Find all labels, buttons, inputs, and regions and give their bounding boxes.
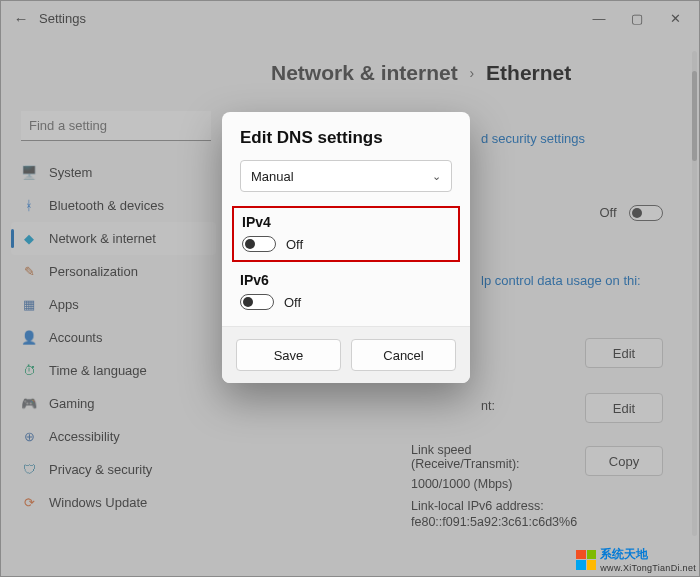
ipv4-state: Off bbox=[286, 237, 303, 252]
chevron-down-icon: ⌄ bbox=[432, 170, 441, 183]
sidebar-item-windows-update[interactable]: ⟳Windows Update bbox=[11, 486, 216, 519]
sidebar-item-label: Accessibility bbox=[49, 429, 120, 444]
sidebar-item-accessibility[interactable]: ⊕Accessibility bbox=[11, 420, 216, 453]
watermark: 系统天地 www.XiTongTianDi.net bbox=[576, 546, 696, 573]
maximize-icon[interactable]: ▢ bbox=[629, 11, 645, 26]
sidebar-item-label: Windows Update bbox=[49, 495, 147, 510]
window-title: Settings bbox=[35, 11, 591, 26]
nav-icon: ⊕ bbox=[21, 429, 37, 445]
minimize-icon[interactable]: — bbox=[591, 11, 607, 26]
sidebar-item-label: Time & language bbox=[49, 363, 147, 378]
breadcrumb-current: Ethernet bbox=[486, 61, 571, 84]
sidebar-item-label: Network & internet bbox=[49, 231, 156, 246]
copy-button[interactable]: Copy bbox=[585, 446, 663, 476]
dns-mode-value: Manual bbox=[251, 169, 294, 184]
watermark-url: www.XiTongTianDi.net bbox=[600, 563, 696, 573]
watermark-logo-icon bbox=[576, 550, 596, 570]
metered-off-label: Off bbox=[599, 205, 616, 220]
sidebar-item-label: Bluetooth & devices bbox=[49, 198, 164, 213]
ipv6-state: Off bbox=[284, 295, 301, 310]
search-input[interactable]: Find a setting bbox=[21, 111, 211, 141]
link-speed-label: Link speed (Receive/Transmit): bbox=[411, 443, 531, 471]
nav-icon: ⏱ bbox=[21, 363, 37, 379]
sidebar-item-time-language[interactable]: ⏱Time & language bbox=[11, 354, 216, 387]
sidebar-item-label: Apps bbox=[49, 297, 79, 312]
nav-icon: ⟳ bbox=[21, 495, 37, 511]
link-local-value: fe80::f091:5a92:3c61:c6d3%6 bbox=[411, 515, 577, 529]
nav-icon: 🎮 bbox=[21, 396, 37, 412]
nav-icon: 🖥️ bbox=[21, 165, 37, 181]
close-icon[interactable]: ✕ bbox=[667, 11, 683, 26]
nav-icon: ◆ bbox=[21, 231, 37, 247]
sidebar: 🖥️SystemᚼBluetooth & devices◆Network & i… bbox=[11, 156, 216, 519]
edit-button-2[interactable]: Edit bbox=[585, 393, 663, 423]
sidebar-item-label: Privacy & security bbox=[49, 462, 152, 477]
sidebar-item-accounts[interactable]: 👤Accounts bbox=[11, 321, 216, 354]
chevron-right-icon: › bbox=[470, 65, 475, 81]
sidebar-item-gaming[interactable]: 🎮Gaming bbox=[11, 387, 216, 420]
ipv6-label: IPv6 bbox=[240, 272, 452, 288]
title-bar: ← Settings — ▢ ✕ bbox=[1, 1, 699, 35]
breadcrumb: Network & internet › Ethernet bbox=[271, 61, 571, 85]
watermark-text: 系统天地 bbox=[600, 546, 696, 563]
dns-mode-dropdown[interactable]: Manual ⌄ bbox=[240, 160, 452, 192]
ipv6-section: IPv6 Off bbox=[222, 270, 470, 318]
edit-button-1[interactable]: Edit bbox=[585, 338, 663, 368]
ipv6-toggle[interactable] bbox=[240, 294, 274, 310]
security-settings-link[interactable]: d security settings bbox=[481, 131, 585, 146]
search-placeholder: Find a setting bbox=[29, 118, 107, 133]
sidebar-item-privacy-security[interactable]: 🛡Privacy & security bbox=[11, 453, 216, 486]
dialog-footer: Save Cancel bbox=[222, 326, 470, 383]
nav-icon: ✎ bbox=[21, 264, 37, 280]
dialog-title: Edit DNS settings bbox=[222, 128, 470, 160]
sidebar-item-label: Gaming bbox=[49, 396, 95, 411]
data-usage-hint: lp control data usage on thi: bbox=[481, 273, 641, 288]
nav-icon: 👤 bbox=[21, 330, 37, 346]
nav-icon: 🛡 bbox=[21, 462, 37, 478]
scrollbar[interactable] bbox=[692, 51, 697, 536]
nav-icon: ᚼ bbox=[21, 198, 37, 214]
metered-toggle[interactable] bbox=[629, 205, 663, 221]
sidebar-item-apps[interactable]: ▦Apps bbox=[11, 288, 216, 321]
nav-icon: ▦ bbox=[21, 297, 37, 313]
link-speed-value: 1000/1000 (Mbps) bbox=[411, 477, 512, 491]
ip-assignment-label: nt: bbox=[481, 399, 495, 413]
sidebar-item-label: Personalization bbox=[49, 264, 138, 279]
ipv4-label: IPv4 bbox=[242, 214, 450, 230]
link-local-label: Link-local IPv6 address: bbox=[411, 499, 544, 513]
ipv4-highlight: IPv4 Off bbox=[232, 206, 460, 262]
sidebar-item-label: Accounts bbox=[49, 330, 102, 345]
save-button[interactable]: Save bbox=[236, 339, 341, 371]
back-icon[interactable]: ← bbox=[7, 10, 35, 27]
sidebar-item-system[interactable]: 🖥️System bbox=[11, 156, 216, 189]
sidebar-item-label: System bbox=[49, 165, 92, 180]
cancel-button[interactable]: Cancel bbox=[351, 339, 456, 371]
sidebar-item-bluetooth-devices[interactable]: ᚼBluetooth & devices bbox=[11, 189, 216, 222]
sidebar-item-personalization[interactable]: ✎Personalization bbox=[11, 255, 216, 288]
sidebar-item-network-internet[interactable]: ◆Network & internet bbox=[11, 222, 216, 255]
edit-dns-dialog: Edit DNS settings Manual ⌄ IPv4 Off IPv6… bbox=[222, 112, 470, 383]
ipv4-toggle[interactable] bbox=[242, 236, 276, 252]
breadcrumb-parent[interactable]: Network & internet bbox=[271, 61, 458, 84]
